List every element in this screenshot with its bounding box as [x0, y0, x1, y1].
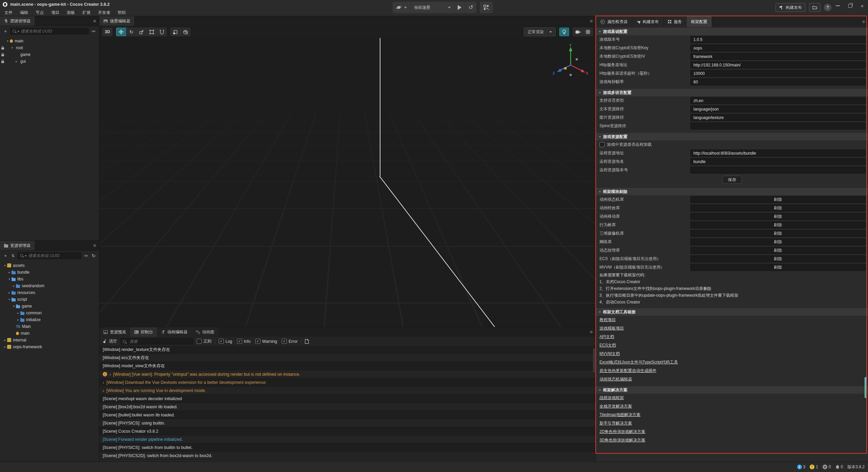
field-input[interactable]: http://192.168.0.150/main/: [690, 61, 866, 68]
tree-row[interactable]: ▾main: [0, 38, 99, 44]
tree-row[interactable]: ▾game: [0, 303, 99, 310]
menu-item[interactable]: 文件: [1, 9, 16, 16]
tab-assets[interactable]: 资源管理器: [0, 241, 35, 250]
clear-console-button[interactable]: 清空: [103, 338, 117, 344]
filter-checkbox[interactable]: ✓: [255, 339, 260, 344]
tab-hierarchy[interactable]: 层级管理器: [0, 16, 35, 26]
doc-link[interactable]: 原生包热更新配置自动生成插件: [599, 368, 656, 374]
scene-settings-button[interactable]: [583, 27, 593, 36]
tree-row[interactable]: main: [0, 330, 99, 337]
remote-load-checkbox[interactable]: [599, 142, 605, 147]
filter-checkbox[interactable]: ✓: [237, 339, 242, 344]
expand-log-icon[interactable]: ›: [103, 389, 104, 393]
doc-link[interactable]: MVVM文档: [599, 351, 620, 357]
chevron-down-icon[interactable]: ▾: [10, 46, 14, 50]
expand-log-icon[interactable]: ›: [103, 380, 104, 385]
render-mode-dropdown[interactable]: 正常渲染: [524, 27, 556, 36]
open-project-folder-button[interactable]: [809, 3, 821, 12]
tree-row[interactable]: ▾root: [0, 44, 99, 51]
console-scrollbar[interactable]: [593, 348, 595, 373]
menu-item[interactable]: 编辑: [16, 9, 32, 16]
section-header[interactable]: ▾框架解决方案: [596, 386, 868, 394]
field-input[interactable]: bundle: [690, 158, 866, 165]
remove-module-button[interactable]: 剔除: [690, 264, 866, 271]
tab-动画编辑器[interactable]: 动画编辑器: [157, 327, 192, 337]
section-header[interactable]: ▾游戏多语言配置: [596, 89, 868, 96]
menu-item[interactable]: 面板: [63, 9, 79, 16]
rect-tool-button[interactable]: [146, 27, 157, 36]
coordinate-mode-button[interactable]: [180, 27, 191, 36]
tree-row[interactable]: ▸common: [0, 310, 99, 316]
doc-link[interactable]: Tiledmap地图解决方案: [599, 412, 640, 418]
minimize-button[interactable]: [835, 3, 840, 8]
menu-item[interactable]: 帮助: [114, 9, 130, 16]
create-asset-button[interactable]: +: [3, 253, 8, 258]
scene-camera-button[interactable]: [573, 27, 583, 36]
chevron-down-icon[interactable]: ▾: [3, 264, 7, 267]
tab-框架配置[interactable]: 框架配置: [687, 16, 712, 27]
filter-log[interactable]: ✓Log: [219, 339, 232, 344]
chevron-right-icon[interactable]: ▸: [16, 311, 20, 315]
remove-module-button[interactable]: 剔除: [690, 238, 866, 245]
field-input[interactable]: zh,en: [690, 97, 866, 104]
menu-item[interactable]: 项目: [47, 9, 63, 16]
chevron-down-icon[interactable]: ▾: [7, 298, 12, 301]
doc-link[interactable]: 教程项目: [599, 317, 616, 323]
sort-assets-button[interactable]: ⇅: [10, 254, 16, 258]
doc-link[interactable]: ECS文档: [599, 342, 616, 348]
tree-row[interactable]: ▸seedrandom: [0, 282, 99, 289]
filter-warning[interactable]: ✓Warning: [255, 339, 277, 344]
remove-module-button[interactable]: 剔除: [690, 255, 866, 262]
tree-row[interactable]: ▸oops-framework: [0, 343, 99, 350]
scene-select-dropdown[interactable]: 当前场景: [411, 2, 454, 13]
remove-module-button[interactable]: 剔除: [690, 221, 866, 229]
field-input[interactable]: 1.0.5: [690, 36, 866, 43]
maximize-button[interactable]: [848, 3, 852, 8]
log-row[interactable]: [Scene] Cocos Creator v3.8.2: [99, 427, 596, 435]
tree-row[interactable]: game: [0, 51, 99, 58]
preview-qr-button[interactable]: [480, 2, 493, 13]
rotate-tool-button[interactable]: ↻: [126, 27, 136, 36]
tab-构建发布[interactable]: 构建发布: [632, 16, 664, 27]
field-input[interactable]: language/json: [690, 105, 866, 113]
field-input[interactable]: language/texture: [690, 114, 866, 121]
assets-search-input[interactable]: [18, 252, 81, 259]
field-input[interactable]: oops: [690, 44, 866, 52]
doc-link[interactable]: Excel格式转Json文件与TypeScript代码工具: [599, 359, 678, 365]
field-input[interactable]: 60: [690, 78, 866, 85]
console-search-input[interactable]: [120, 338, 193, 345]
panel-menu-button[interactable]: ≡: [90, 16, 99, 26]
build-publish-button[interactable]: 构建发布: [775, 3, 806, 12]
scale-tool-button[interactable]: [136, 27, 146, 36]
tree-row[interactable]: ▸bundle: [0, 269, 99, 276]
chevron-down-icon[interactable]: ▾: [7, 277, 12, 281]
gizmo-tool-button[interactable]: [157, 27, 167, 36]
restart-button[interactable]: ↺: [465, 2, 476, 13]
doc-link[interactable]: API文档: [599, 334, 614, 340]
field-input[interactable]: http://localhost:8083/assets/bundle: [690, 150, 866, 157]
panel-menu-button[interactable]: ≡: [859, 16, 868, 27]
lighting-toggle-button[interactable]: [559, 27, 569, 36]
log-row[interactable]: [Scene] Forward render pipeline initiali…: [99, 435, 596, 444]
chevron-right-icon[interactable]: ▸: [7, 291, 12, 294]
info-count-badge[interactable]: i 3: [797, 465, 806, 469]
remove-module-button[interactable]: 剔除: [690, 230, 866, 237]
pivot-position-button[interactable]: [170, 27, 180, 36]
doc-link[interactable]: 新手引导解决方案: [599, 420, 632, 426]
panel-menu-button[interactable]: ≡: [587, 16, 596, 26]
create-node-button[interactable]: +: [3, 28, 8, 34]
doc-link[interactable]: 战棋游戏框架: [599, 395, 624, 401]
chevron-down-icon[interactable]: ▾: [5, 39, 10, 43]
filter-checkbox[interactable]: ✓: [219, 339, 224, 344]
notification-badge[interactable]: 0: [835, 465, 843, 469]
doc-link[interactable]: 动画状态机编辑器: [599, 376, 632, 382]
log-row[interactable]: [Scene] [bullet]:bullet wasm lib loaded.: [99, 411, 596, 419]
tab-动画图[interactable]: 动画图: [192, 327, 218, 337]
log-row[interactable]: [Scene] [box2d]:box2d wasm lib loaded.: [99, 403, 596, 411]
field-input[interactable]: [690, 122, 866, 130]
tab-属性检查器[interactable]: 属性检查器: [596, 16, 632, 27]
tree-row[interactable]: ▸internal: [0, 337, 99, 343]
chevron-right-icon[interactable]: ▸: [14, 60, 19, 63]
play-button[interactable]: [454, 2, 465, 13]
panel-menu-button[interactable]: ≡: [90, 241, 99, 250]
